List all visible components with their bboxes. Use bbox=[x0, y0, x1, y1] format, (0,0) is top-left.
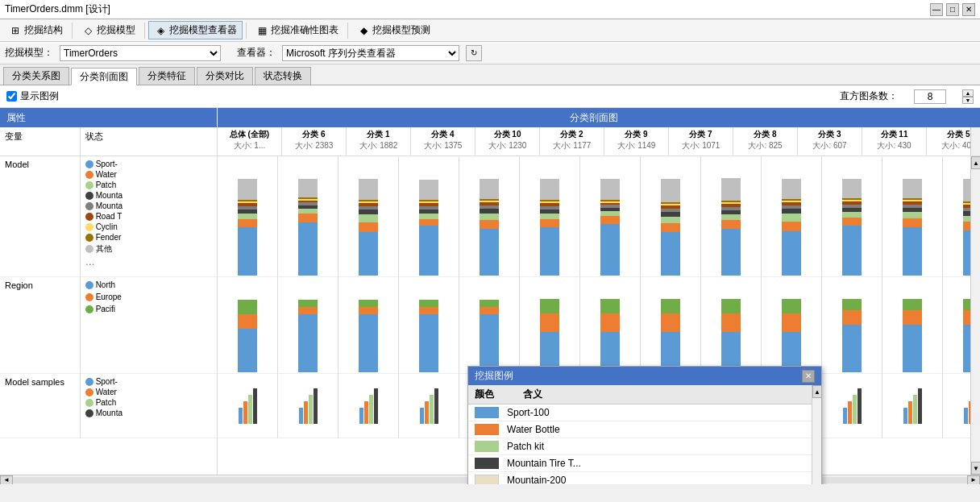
legend-close-button[interactable]: ✕ bbox=[802, 370, 815, 383]
model-chart-cell bbox=[218, 156, 278, 277]
region-chart-cell bbox=[822, 277, 882, 374]
tab-relation[interactable]: 分类关系图 bbox=[3, 67, 69, 85]
model-samples-chart-cell bbox=[218, 374, 278, 438]
legend-color-patch bbox=[475, 441, 499, 452]
legend-label-sport: Sport-100 bbox=[507, 407, 805, 418]
scroll-up-btn[interactable]: ▲ bbox=[971, 156, 980, 169]
toolbar-viewer[interactable]: ◈ 挖掘模型查看器 bbox=[148, 21, 243, 39]
toolbar-predict[interactable]: ◆ 挖掘模型预测 bbox=[351, 21, 436, 39]
scroll-left-btn[interactable]: ◄ bbox=[0, 475, 13, 485]
model-select[interactable]: TimerOrders bbox=[60, 45, 221, 61]
model-samples-var-cell: Model samples bbox=[0, 374, 81, 438]
model-chart-cell bbox=[822, 156, 882, 277]
predict-label: 挖掘模型预测 bbox=[372, 23, 430, 37]
legend-scrollbar[interactable]: ▲ ▼ bbox=[812, 385, 821, 484]
model-samples-chart-cell bbox=[943, 374, 970, 438]
tab-feature[interactable]: 分类特征 bbox=[139, 67, 195, 85]
region-chart-cell bbox=[943, 277, 970, 374]
toolbar-structure[interactable]: ⊞ 挖掘结构 bbox=[3, 21, 69, 39]
legend-color-mountain-tire bbox=[475, 458, 499, 469]
col-header-3: 分类 4大小: 1375 bbox=[411, 127, 475, 156]
scroll-right-btn[interactable]: ► bbox=[967, 475, 980, 485]
viewer-select[interactable]: Microsoft 序列分类查看器 bbox=[282, 45, 459, 61]
tab-profile[interactable]: 分类剖面图 bbox=[71, 68, 137, 85]
accuracy-label: 挖掘准确性图表 bbox=[271, 23, 338, 37]
col-headers-right: 总体 (全部)大小: 1...分类 6大小: 2383分类 1大小: 1882分… bbox=[218, 127, 970, 156]
toolbar-model[interactable]: ◇ 挖掘模型 bbox=[76, 21, 141, 39]
region-chart-cell bbox=[580, 277, 641, 374]
spin-down[interactable]: ▼ bbox=[962, 97, 974, 104]
model-samples-var-label: Model samples bbox=[5, 377, 64, 387]
tab-transition[interactable]: 状态转换 bbox=[255, 67, 311, 85]
scroll-track-v bbox=[971, 169, 980, 462]
close-button[interactable]: ✕ bbox=[962, 3, 975, 16]
region-var-label: Region bbox=[5, 280, 33, 290]
col-var-header: 变量 bbox=[0, 127, 81, 156]
model-label: 挖掘模型 bbox=[97, 23, 135, 37]
section-header-profile: 分类剖面图 bbox=[218, 108, 970, 127]
legend-title-bar: 挖掘图例 ✕ bbox=[468, 367, 821, 385]
col-header-left: 变量 状态 bbox=[0, 127, 218, 156]
window-controls: — □ ✕ bbox=[930, 3, 975, 16]
model-icon: ◇ bbox=[81, 24, 94, 37]
histogram-label: 直方图条数： bbox=[840, 89, 898, 103]
show-legend-checkbox-label[interactable]: 显示图例 bbox=[6, 89, 59, 103]
legend-scroll-up[interactable]: ▲ bbox=[812, 385, 822, 398]
col-header-6: 分类 9大小: 1149 bbox=[604, 127, 669, 156]
model-chart-cell bbox=[278, 156, 338, 277]
model-state-cell: Sport- Water Patch Mounta Mounta Road T … bbox=[81, 156, 217, 277]
model-chart-cell bbox=[520, 156, 580, 277]
region-chart-cell bbox=[701, 277, 762, 374]
spin-up[interactable]: ▲ bbox=[962, 89, 974, 97]
vertical-scrollbar[interactable]: ▲ ▼ bbox=[970, 156, 980, 475]
model-samples-chart-cell bbox=[278, 374, 338, 438]
minimize-button[interactable]: — bbox=[930, 3, 943, 16]
legend-color-sport bbox=[475, 407, 499, 418]
maximize-button[interactable]: □ bbox=[946, 3, 959, 16]
region-chart-cell bbox=[520, 277, 580, 374]
viewer-icon: ◈ bbox=[154, 24, 167, 37]
tab-compare[interactable]: 分类对比 bbox=[197, 67, 253, 85]
list-item: Sport-100 bbox=[468, 405, 812, 421]
refresh-button[interactable]: ↻ bbox=[466, 45, 482, 61]
scroll-down-btn[interactable]: ▼ bbox=[971, 462, 980, 475]
region-chart-cell bbox=[399, 277, 459, 374]
histogram-spinner[interactable]: ▲ ▼ bbox=[962, 89, 974, 104]
model-chart-cell bbox=[943, 156, 970, 277]
header-scrollbar-placeholder bbox=[970, 108, 980, 127]
region-chart-cell bbox=[278, 277, 338, 374]
tabs-bar: 分类关系图 分类剖面图 分类特征 分类对比 状态转换 bbox=[0, 64, 980, 85]
model-chart-cell bbox=[701, 156, 762, 277]
model-samples-state-cell: Sport- Water Patch Mounta bbox=[81, 374, 217, 438]
legend-label-water: Water Bottle bbox=[507, 424, 805, 435]
region-row-left: Region North Europe Pacifi bbox=[0, 277, 217, 374]
model-row-left: Model Sport- Water Patch Mounta Mounta R… bbox=[0, 156, 217, 277]
toolbar-sep-3 bbox=[246, 23, 247, 39]
toolbar-sep-1 bbox=[72, 23, 73, 39]
col-header-9: 分类 3大小: 607 bbox=[798, 127, 862, 156]
window-title: TimerOrders.dmm [设计] bbox=[5, 2, 110, 16]
toolbar-sep-2 bbox=[144, 23, 145, 39]
col-header-4: 分类 10大小: 1230 bbox=[475, 127, 540, 156]
model-chart-cell bbox=[762, 156, 822, 277]
model-chart-cell bbox=[338, 156, 399, 277]
legend-label-mountain-tire: Mountain Tire T... bbox=[507, 458, 805, 469]
title-bar: TimerOrders.dmm [设计] — □ ✕ bbox=[0, 0, 980, 19]
legend-main: 颜色 含义 Sport-100 Water Bottle Patch kit bbox=[468, 385, 812, 484]
accuracy-icon: ▦ bbox=[255, 24, 268, 37]
list-item: Patch kit bbox=[468, 438, 812, 455]
histogram-input[interactable]: 8 bbox=[914, 89, 946, 104]
list-item: Water Bottle bbox=[468, 421, 812, 438]
show-legend-label: 显示图例 bbox=[20, 89, 59, 103]
show-legend-checkbox[interactable] bbox=[6, 91, 17, 102]
region-chart-cell bbox=[882, 277, 943, 374]
col-header-10: 分类 11大小: 430 bbox=[862, 127, 927, 156]
toolbar-accuracy[interactable]: ▦ 挖掘准确性图表 bbox=[250, 21, 344, 39]
legend-title: 挖掘图例 bbox=[475, 369, 513, 383]
col-header-1: 分类 6大小: 2383 bbox=[282, 127, 347, 156]
toolbar: ⊞ 挖掘结构 ◇ 挖掘模型 ◈ 挖掘模型查看器 ▦ 挖掘准确性图表 ◆ 挖掘模型… bbox=[0, 19, 980, 42]
model-chart-cell bbox=[399, 156, 459, 277]
section-header-attr: 属性 bbox=[0, 108, 218, 127]
region-chart-cell bbox=[762, 277, 822, 374]
legend-color-header: 颜色 bbox=[475, 388, 523, 401]
